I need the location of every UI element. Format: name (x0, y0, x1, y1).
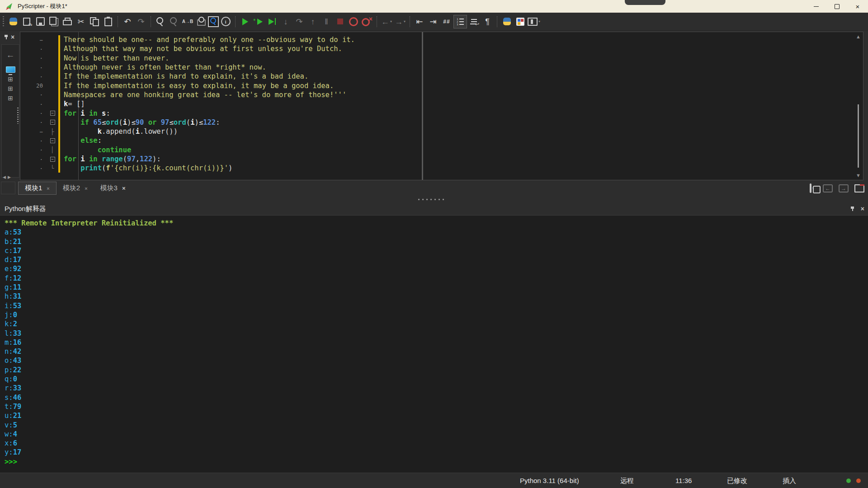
code-line[interactable]: ·Now is better than never. (20, 54, 422, 63)
previous-file-button[interactable]: ← (822, 183, 834, 194)
highlight-search-button[interactable] (208, 16, 219, 27)
dock-scroll-arrows[interactable]: ◀▶ (3, 175, 13, 179)
close-tab-icon[interactable]: × (47, 186, 49, 191)
code-line[interactable]: ·└ print(f'{chr(i)}:{k.count(chr(i))}') (20, 164, 422, 173)
monitor-icon[interactable] (6, 66, 15, 73)
code-line[interactable]: ·−for i in s: (20, 108, 422, 117)
stop-button[interactable] (333, 15, 347, 28)
navigate-forward-button[interactable]: →▾ (393, 15, 407, 28)
pin-icon[interactable] (4, 34, 8, 40)
horizontal-splitter[interactable] (0, 196, 868, 202)
count-value: 6 (13, 439, 17, 447)
code-line[interactable]: ·k= [] (20, 99, 422, 108)
tab-模块3[interactable]: 模块3× (94, 182, 132, 195)
code-line[interactable]: ·−for i in range(97,122): (20, 155, 422, 164)
close-button[interactable]: × (847, 0, 868, 13)
next-file-button[interactable]: → (838, 183, 849, 194)
tab-模块1[interactable]: 模块1× (18, 182, 57, 195)
code-line[interactable]: ·If the implementation is hard to explai… (20, 72, 422, 81)
dedent-button[interactable]: ⇤ (413, 15, 426, 28)
close-tab-icon[interactable]: × (122, 185, 126, 192)
code-token: .lower()) (140, 127, 178, 136)
step-into-button[interactable]: ↓ (279, 15, 292, 28)
interpreter-console[interactable]: *** Remote Interpreter Reinitialized ***… (0, 216, 868, 473)
pin-icon[interactable] (850, 206, 854, 211)
save-all-button[interactable] (47, 15, 61, 28)
editor-scrollbar[interactable]: ▲ ▼ (854, 33, 862, 179)
find-next-button[interactable] (167, 15, 181, 28)
run-button[interactable] (238, 15, 252, 28)
count-letter: m: (5, 338, 13, 347)
code-token (76, 109, 80, 117)
indent-button[interactable]: ⇥ (426, 15, 440, 28)
paragraph-marks-button[interactable]: ¶ (481, 15, 494, 28)
splitter-grip-dots[interactable] (418, 199, 446, 200)
fold-collapse-icon[interactable]: − (50, 138, 55, 143)
fold-margin (47, 63, 58, 72)
status-python-version: Python 3.11 (64-bit) (520, 477, 579, 484)
navigate-back-button[interactable]: ←▾ (380, 15, 393, 28)
ide-colors-button[interactable] (514, 15, 527, 28)
scroll-up-icon[interactable]: ▲ (856, 34, 861, 39)
editor-pane-right[interactable]: ▲ ▼ (423, 32, 863, 180)
step-over-button[interactable]: ↷ (292, 15, 306, 28)
find-button[interactable] (154, 15, 167, 28)
fold-collapse-icon[interactable]: − (50, 120, 55, 125)
scrollbar-thumb[interactable] (858, 104, 859, 168)
close-icon[interactable]: × (11, 34, 14, 40)
minimize-button[interactable] (806, 0, 826, 13)
step-out-button[interactable]: ↑ (306, 15, 320, 28)
back-arrow-icon[interactable]: ← (2, 50, 19, 60)
replace-button[interactable] (181, 15, 194, 28)
editor-pane-left[interactable]: −There should be one-- and preferably on… (20, 32, 422, 180)
numbered-list-button[interactable] (453, 15, 467, 28)
open-file-button[interactable] (20, 15, 33, 28)
paragraph-marks-icon: ¶ (485, 18, 490, 26)
run-to-cursor-button[interactable] (265, 15, 279, 28)
save-file-button[interactable] (33, 15, 47, 28)
layouts-button[interactable]: ▾ (527, 15, 541, 28)
code-line[interactable]: 20If the implementation is easy to expla… (20, 81, 422, 90)
pause-button[interactable]: ‖ (320, 15, 333, 28)
code-line[interactable]: ·Although that way may not be obvious at… (20, 44, 422, 53)
system-info-button[interactable] (219, 15, 232, 28)
dock-resize-grip[interactable] (17, 108, 19, 124)
code-line[interactable]: −There should be one-- and preferably on… (20, 35, 422, 44)
copy-button[interactable] (88, 15, 101, 28)
toggle-breakpoint-button[interactable] (347, 15, 360, 28)
close-icon[interactable]: × (861, 206, 864, 211)
code-line[interactable]: ·│ continue (20, 145, 422, 155)
paste-button[interactable] (101, 15, 115, 28)
find-in-files-button[interactable] (194, 15, 208, 28)
tree-node-expand-icon[interactable]: ⊞ (2, 85, 19, 92)
code-token: If the implementation is easy to explain… (64, 82, 334, 90)
line-numbers-button[interactable]: ## (440, 15, 453, 28)
maximize-editor-button[interactable] (854, 183, 865, 194)
close-tab-icon[interactable]: × (85, 186, 87, 191)
fold-collapse-icon[interactable]: − (50, 157, 55, 162)
fold-collapse-icon[interactable]: − (50, 111, 55, 116)
word-wrap-button[interactable] (467, 15, 481, 28)
code-line[interactable]: ·− if 65≤ord(i)≤90 or 97≤ord(i)≤122: (20, 118, 422, 127)
redo-button[interactable]: ↷ (134, 15, 148, 28)
code-line[interactable]: ·Namespaces are one honking great idea -… (20, 90, 422, 99)
count-letter: k: (5, 320, 13, 328)
scroll-down-icon[interactable]: ▼ (856, 173, 861, 178)
tree-node-expand-icon[interactable]: ⊞ (2, 76, 19, 82)
toolbar-grip[interactable] (3, 16, 4, 27)
code-token: 65 (93, 118, 102, 127)
tree-node-expand-icon[interactable]: ⊞ (2, 95, 19, 101)
code-line[interactable]: −├ k.append(i.lower()) (20, 127, 422, 136)
duplicate-tab-button[interactable]: ▾ (806, 183, 818, 194)
clear-breakpoints-button[interactable] (360, 15, 374, 28)
tab-模块2[interactable]: 模块2× (57, 182, 94, 195)
python-engine-button[interactable] (500, 15, 514, 28)
debug-button[interactable] (252, 15, 265, 28)
code-line[interactable]: ·Although never is often better than *ri… (20, 63, 422, 72)
code-line[interactable]: ·− else: (20, 136, 422, 145)
print-button[interactable] (61, 15, 74, 28)
cut-button[interactable]: ✂ (74, 15, 88, 28)
undo-button[interactable]: ↶ (121, 15, 134, 28)
new-python-module-button[interactable] (6, 15, 20, 28)
maximize-button[interactable] (826, 0, 847, 13)
